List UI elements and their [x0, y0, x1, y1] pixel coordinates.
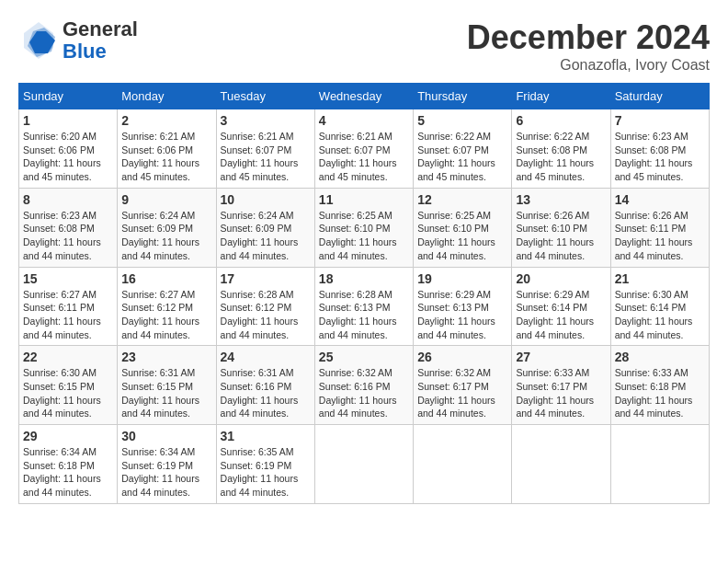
day-cell-26: 26 Sunrise: 6:32 AM Sunset: 6:17 PM Dayl… [414, 346, 512, 425]
day-number-11: 11 [319, 192, 409, 207]
day-number-4: 4 [319, 113, 409, 128]
day-info-22: Sunrise: 6:30 AM Sunset: 6:15 PM Dayligh… [23, 366, 113, 420]
calendar-row: 8 Sunrise: 6:23 AM Sunset: 6:08 PM Dayli… [19, 188, 710, 267]
page-header: General Blue December 2024 Gonazofla, Iv… [18, 18, 710, 74]
day-info-1: Sunrise: 6:20 AM Sunset: 6:06 PM Dayligh… [23, 130, 113, 184]
weekday-header-row: Sunday Monday Tuesday Wednesday Thursday… [19, 84, 710, 109]
day-number-13: 13 [516, 192, 606, 207]
day-info-21: Sunrise: 6:30 AM Sunset: 6:14 PM Dayligh… [615, 288, 705, 342]
header-tuesday: Tuesday [216, 84, 314, 109]
day-number-5: 5 [417, 113, 507, 128]
day-number-2: 2 [121, 113, 211, 128]
day-info-19: Sunrise: 6:29 AM Sunset: 6:13 PM Dayligh… [417, 288, 507, 342]
day-cell-24: 24 Sunrise: 6:31 AM Sunset: 6:16 PM Dayl… [216, 346, 314, 425]
day-info-13: Sunrise: 6:26 AM Sunset: 6:10 PM Dayligh… [516, 209, 606, 263]
day-number-22: 22 [23, 350, 113, 364]
day-number-18: 18 [319, 271, 409, 286]
day-number-24: 24 [221, 350, 311, 364]
day-number-10: 10 [221, 192, 311, 207]
day-cell-9: 9 Sunrise: 6:24 AM Sunset: 6:09 PM Dayli… [118, 188, 216, 267]
day-number-19: 19 [417, 271, 507, 286]
day-cell-17: 17 Sunrise: 6:28 AM Sunset: 6:12 PM Dayl… [216, 267, 314, 346]
day-cell-29: 29 Sunrise: 6:34 AM Sunset: 6:18 PM Dayl… [19, 425, 118, 504]
calendar-row: 1 Sunrise: 6:20 AM Sunset: 6:06 PM Dayli… [19, 109, 710, 189]
day-info-31: Sunrise: 6:35 AM Sunset: 6:19 PM Dayligh… [221, 445, 311, 500]
day-number-31: 31 [221, 429, 311, 443]
calendar-row: 29 Sunrise: 6:34 AM Sunset: 6:18 PM Dayl… [19, 425, 710, 504]
empty-cell [610, 425, 709, 504]
location-title: Gonazofla, Ivory Coast [467, 57, 710, 74]
logo: General Blue [18, 18, 138, 63]
header-monday: Monday [118, 84, 216, 109]
day-info-16: Sunrise: 6:27 AM Sunset: 6:12 PM Dayligh… [121, 288, 211, 342]
day-cell-8: 8 Sunrise: 6:23 AM Sunset: 6:08 PM Dayli… [19, 188, 118, 267]
day-number-26: 26 [417, 350, 507, 364]
day-cell-3: 3 Sunrise: 6:21 AM Sunset: 6:07 PM Dayli… [216, 109, 314, 189]
day-number-16: 16 [121, 271, 211, 286]
day-info-14: Sunrise: 6:26 AM Sunset: 6:11 PM Dayligh… [615, 209, 705, 263]
day-number-17: 17 [221, 271, 311, 286]
header-saturday: Saturday [610, 84, 709, 109]
day-cell-22: 22 Sunrise: 6:30 AM Sunset: 6:15 PM Dayl… [19, 346, 118, 425]
day-cell-19: 19 Sunrise: 6:29 AM Sunset: 6:13 PM Dayl… [414, 267, 512, 346]
day-cell-30: 30 Sunrise: 6:34 AM Sunset: 6:19 PM Dayl… [118, 425, 216, 504]
day-info-2: Sunrise: 6:21 AM Sunset: 6:06 PM Dayligh… [121, 130, 211, 184]
day-cell-18: 18 Sunrise: 6:28 AM Sunset: 6:13 PM Dayl… [314, 267, 413, 346]
day-info-9: Sunrise: 6:24 AM Sunset: 6:09 PM Dayligh… [121, 209, 211, 263]
empty-cell [512, 425, 610, 504]
day-cell-16: 16 Sunrise: 6:27 AM Sunset: 6:12 PM Dayl… [118, 267, 216, 346]
day-number-29: 29 [23, 429, 113, 443]
empty-cell [414, 425, 512, 504]
day-number-3: 3 [221, 113, 311, 128]
day-info-28: Sunrise: 6:33 AM Sunset: 6:18 PM Dayligh… [615, 366, 705, 420]
day-info-7: Sunrise: 6:23 AM Sunset: 6:08 PM Dayligh… [615, 130, 705, 184]
day-info-8: Sunrise: 6:23 AM Sunset: 6:08 PM Dayligh… [23, 209, 113, 263]
day-info-29: Sunrise: 6:34 AM Sunset: 6:18 PM Dayligh… [23, 445, 113, 500]
header-wednesday: Wednesday [314, 84, 413, 109]
day-number-1: 1 [23, 113, 113, 128]
day-info-4: Sunrise: 6:21 AM Sunset: 6:07 PM Dayligh… [319, 130, 409, 184]
day-cell-4: 4 Sunrise: 6:21 AM Sunset: 6:07 PM Dayli… [314, 109, 413, 189]
day-cell-11: 11 Sunrise: 6:25 AM Sunset: 6:10 PM Dayl… [314, 188, 413, 267]
day-info-15: Sunrise: 6:27 AM Sunset: 6:11 PM Dayligh… [23, 288, 113, 342]
day-cell-7: 7 Sunrise: 6:23 AM Sunset: 6:08 PM Dayli… [610, 109, 709, 189]
day-number-8: 8 [23, 192, 113, 207]
day-number-20: 20 [516, 271, 606, 286]
day-number-21: 21 [615, 271, 705, 286]
day-info-26: Sunrise: 6:32 AM Sunset: 6:17 PM Dayligh… [417, 366, 507, 420]
day-info-3: Sunrise: 6:21 AM Sunset: 6:07 PM Dayligh… [221, 130, 311, 184]
day-info-11: Sunrise: 6:25 AM Sunset: 6:10 PM Dayligh… [319, 209, 409, 263]
day-info-27: Sunrise: 6:33 AM Sunset: 6:17 PM Dayligh… [516, 366, 606, 420]
header-thursday: Thursday [414, 84, 512, 109]
calendar-row: 22 Sunrise: 6:30 AM Sunset: 6:15 PM Dayl… [19, 346, 710, 425]
day-number-28: 28 [615, 350, 705, 364]
day-number-15: 15 [23, 271, 113, 286]
day-number-12: 12 [417, 192, 507, 207]
day-info-30: Sunrise: 6:34 AM Sunset: 6:19 PM Dayligh… [121, 445, 211, 500]
day-info-5: Sunrise: 6:22 AM Sunset: 6:07 PM Dayligh… [417, 130, 507, 184]
day-cell-23: 23 Sunrise: 6:31 AM Sunset: 6:15 PM Dayl… [118, 346, 216, 425]
day-info-18: Sunrise: 6:28 AM Sunset: 6:13 PM Dayligh… [319, 288, 409, 342]
logo-general: General [63, 17, 138, 40]
logo-blue: Blue [63, 40, 107, 63]
day-number-25: 25 [319, 350, 409, 364]
day-number-27: 27 [516, 350, 606, 364]
day-cell-5: 5 Sunrise: 6:22 AM Sunset: 6:07 PM Dayli… [414, 109, 512, 189]
day-cell-2: 2 Sunrise: 6:21 AM Sunset: 6:06 PM Dayli… [118, 109, 216, 189]
day-cell-13: 13 Sunrise: 6:26 AM Sunset: 6:10 PM Dayl… [512, 188, 610, 267]
day-info-24: Sunrise: 6:31 AM Sunset: 6:16 PM Dayligh… [221, 366, 311, 420]
logo-icon [18, 20, 59, 61]
calendar-row: 15 Sunrise: 6:27 AM Sunset: 6:11 PM Dayl… [19, 267, 710, 346]
day-number-30: 30 [121, 429, 211, 443]
day-cell-25: 25 Sunrise: 6:32 AM Sunset: 6:16 PM Dayl… [314, 346, 413, 425]
day-info-17: Sunrise: 6:28 AM Sunset: 6:12 PM Dayligh… [221, 288, 311, 342]
day-cell-15: 15 Sunrise: 6:27 AM Sunset: 6:11 PM Dayl… [19, 267, 118, 346]
day-info-25: Sunrise: 6:32 AM Sunset: 6:16 PM Dayligh… [319, 366, 409, 420]
day-cell-6: 6 Sunrise: 6:22 AM Sunset: 6:08 PM Dayli… [512, 109, 610, 189]
empty-cell [314, 425, 413, 504]
day-cell-28: 28 Sunrise: 6:33 AM Sunset: 6:18 PM Dayl… [610, 346, 709, 425]
day-number-14: 14 [615, 192, 705, 207]
day-cell-10: 10 Sunrise: 6:24 AM Sunset: 6:09 PM Dayl… [216, 188, 314, 267]
day-number-9: 9 [121, 192, 211, 207]
month-title: December 2024 [467, 18, 710, 57]
